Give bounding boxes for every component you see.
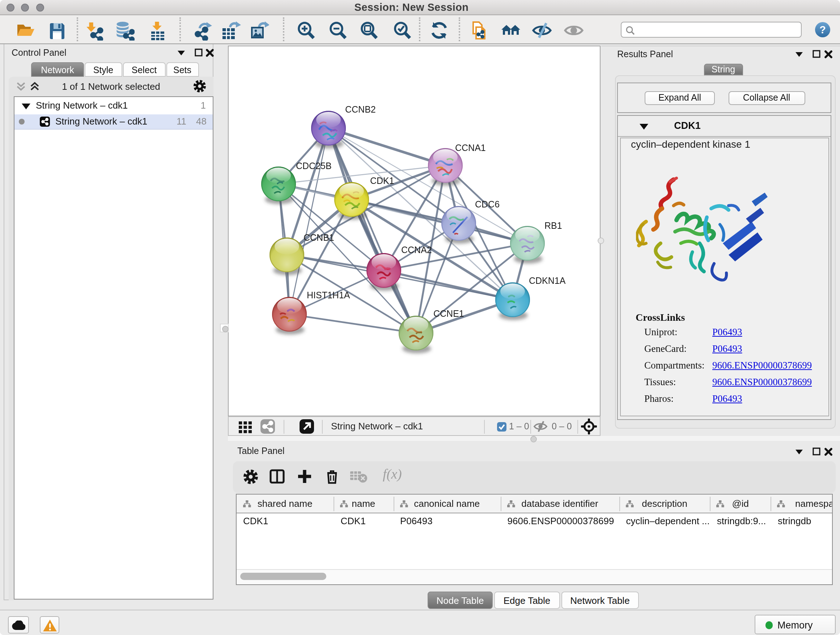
svg-text:HIST1H1A: HIST1H1A [306,290,350,300]
svg-text:CCNB2: CCNB2 [345,104,376,114]
svg-text:CCNA2: CCNA2 [401,244,431,255]
svg-text:CCNE1: CCNE1 [433,308,464,318]
svg-text:CCNB1: CCNB1 [303,232,334,242]
svg-text:?: ? [819,24,826,35]
svg-text:CDK1: CDK1 [370,175,394,185]
svg-text:CCNA1: CCNA1 [455,142,485,152]
svg-text:RB1: RB1 [544,220,562,230]
svg-text:CDKN1A: CDKN1A [529,275,565,285]
svg-text:CDC6: CDC6 [475,199,499,209]
svg-text:CDC25B: CDC25B [295,160,332,171]
